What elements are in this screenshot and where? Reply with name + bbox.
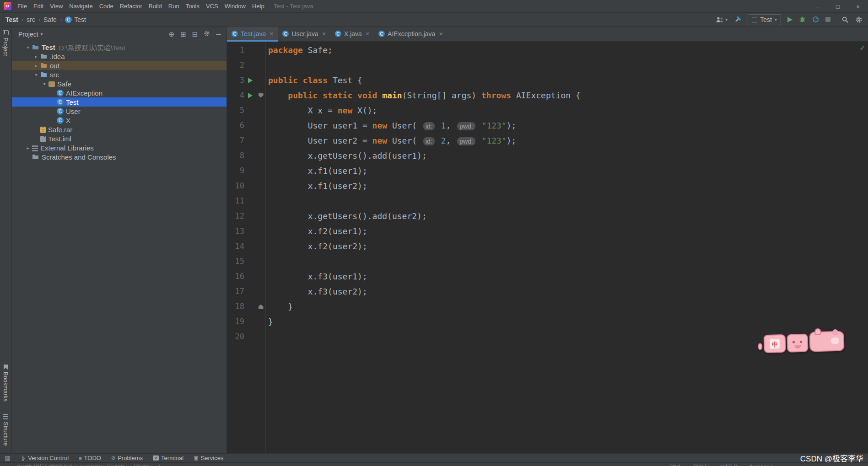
code-line-17[interactable]: 17 x.f3(user2); <box>227 284 868 299</box>
editor-tab-aiexception.java[interactable]: AIException.java× <box>374 27 447 41</box>
statusbar-todo[interactable]: ≡TODO <box>79 455 101 461</box>
stop-button[interactable] <box>825 17 830 22</box>
code-line-6[interactable]: 6 User user1 = new User( id: 1, pwd: "12… <box>227 118 868 133</box>
code-line-8[interactable]: 8 x.getUsers().add(user1); <box>227 148 868 163</box>
editor-tab-test.java[interactable]: Test.java× <box>227 27 278 41</box>
tree-item-test[interactable]: Test <box>12 97 226 107</box>
code-line-4[interactable]: 4 public static void main(String[] args)… <box>227 88 868 103</box>
close-button[interactable]: × <box>848 0 868 13</box>
status-widget-4-spaces[interactable]: 4 spaces <box>749 463 773 466</box>
hide-panel-icon[interactable]: ─ <box>216 30 221 38</box>
tree-collapsed-icon[interactable]: ▸ <box>32 54 40 59</box>
tree-collapsed-icon[interactable]: ▸ <box>24 145 32 150</box>
debug-button[interactable] <box>799 16 806 23</box>
minimize-button[interactable]: – <box>808 0 828 13</box>
fold-end-icon[interactable] <box>259 305 264 309</box>
tree-item-test.iml[interactable]: Test.iml <box>12 134 226 143</box>
code-line-15[interactable]: 15 <box>227 254 868 269</box>
tree-item-scratches-and-consoles[interactable]: Scratches and Consoles <box>12 152 226 161</box>
code-line-19[interactable]: 19} <box>227 314 868 329</box>
code-line-7[interactable]: 7 User user2 = new User( id: 2, pwd: "12… <box>227 133 868 148</box>
status-widget-crlf[interactable]: CRLF <box>693 463 708 466</box>
maximize-button[interactable]: □ <box>828 0 848 13</box>
menu-navigate[interactable]: Navigate <box>66 3 96 10</box>
menu-view[interactable]: View <box>47 3 66 10</box>
menu-refactor[interactable]: Refactor <box>117 3 146 10</box>
tree-item-safe[interactable]: ▾Safe <box>12 79 226 88</box>
tree-item-out[interactable]: ▸out <box>12 61 226 70</box>
structure-stripe-button[interactable]: Structure <box>2 414 9 446</box>
project-panel-title[interactable]: Project <box>18 31 38 38</box>
code-line-14[interactable]: 14 x.f2(user2); <box>227 239 868 254</box>
code-line-3[interactable]: 3public class Test { <box>227 73 868 88</box>
code-line-9[interactable]: 9 x.f1(user1); <box>227 163 868 178</box>
statusbar-terminal[interactable]: >Terminal <box>153 455 183 461</box>
code-editor[interactable]: 1package Safe;23public class Test {4 pub… <box>227 42 868 453</box>
breadcrumb-item-test[interactable]: Test <box>5 16 18 23</box>
status-tabs: Version Control≡TODO⊘Problems>Terminal▣S… <box>20 455 223 461</box>
run-button[interactable] <box>787 17 793 22</box>
code-line-16[interactable]: 16 x.f3(user1); <box>227 269 868 284</box>
panel-settings-gear-icon[interactable] <box>204 30 210 38</box>
code-line-1[interactable]: 1package Safe; <box>227 43 868 58</box>
locate-file-icon[interactable]: ⊕ <box>169 30 175 38</box>
tree-item-user[interactable]: User <box>12 107 226 116</box>
build-project-button[interactable] <box>734 16 741 23</box>
breadcrumb-item-src[interactable]: src <box>27 16 35 23</box>
menu-build[interactable]: Build <box>146 3 165 10</box>
menu-file[interactable]: File <box>14 3 30 10</box>
tree-collapsed-icon[interactable]: ▸ <box>32 63 40 68</box>
run-config-selector[interactable]: Test ▾ <box>748 14 781 25</box>
editor-tab-user.java[interactable]: User.java× <box>278 27 330 41</box>
expand-all-icon[interactable]: ⊞ <box>180 30 186 38</box>
tree-expanded-icon[interactable]: ▾ <box>24 45 32 50</box>
menu-run[interactable]: Run <box>165 3 183 10</box>
statusbar-problems[interactable]: ⊘Problems <box>111 455 143 461</box>
code-line-11[interactable]: 11 <box>227 193 868 209</box>
status-widget-20-1[interactable]: 20:1 <box>669 463 681 466</box>
tree-item-.idea[interactable]: ▸.idea <box>12 52 226 61</box>
tree-expanded-icon[interactable]: ▾ <box>40 81 49 86</box>
tree-expanded-icon[interactable]: ▾ <box>32 72 40 77</box>
editor-tab-x.java[interactable]: X.java× <box>330 27 374 41</box>
tree-item-x[interactable]: X <box>12 116 226 125</box>
close-tab-icon[interactable]: × <box>270 30 273 37</box>
menu-code[interactable]: Code <box>96 3 117 10</box>
tree-item-src[interactable]: ▾src <box>12 70 226 79</box>
search-everywhere-button[interactable] <box>841 16 849 23</box>
profiler-button[interactable] <box>812 16 819 23</box>
tree-item-aiexception[interactable]: AIException <box>12 88 226 97</box>
tree-item-safe.rar[interactable]: Safe.rar <box>12 125 226 134</box>
menu-vcs[interactable]: VCS <box>203 3 221 10</box>
tree-item-test[interactable]: ▾TestD:\系统默认\实验\Test <box>12 43 226 52</box>
tree-item-external-libraries[interactable]: ▸External Libraries <box>12 143 226 152</box>
fold-start-icon[interactable] <box>259 93 264 98</box>
close-tab-icon[interactable]: × <box>322 30 326 37</box>
status-widget-utf-8[interactable]: UTF-8 <box>720 463 737 466</box>
menu-tools[interactable]: Tools <box>183 3 203 10</box>
statusbar-services[interactable]: ▣Services <box>194 455 223 461</box>
menu-help[interactable]: Help <box>249 3 268 10</box>
code-line-13[interactable]: 13 x.f2(user1); <box>227 224 868 239</box>
inspections-ok-icon[interactable]: ✓ <box>859 44 865 52</box>
settings-button[interactable] <box>855 16 863 23</box>
breadcrumb-item-test[interactable]: Test <box>65 16 86 23</box>
toolwindow-switcher-icon[interactable]: ▦ <box>5 455 10 461</box>
code-line-12[interactable]: 12 x.getUsers().add(user2); <box>227 209 868 224</box>
run-icon[interactable] <box>248 93 253 98</box>
close-tab-icon[interactable]: × <box>439 30 442 37</box>
code-line-5[interactable]: 5 X x = new X(); <box>227 103 868 118</box>
collapse-all-icon[interactable]: ⊟ <box>192 30 198 38</box>
close-tab-icon[interactable]: × <box>366 30 369 37</box>
run-icon[interactable] <box>248 78 253 83</box>
statusbar-version-control[interactable]: Version Control <box>20 455 69 461</box>
code-with-me-button[interactable]: ▾ <box>716 16 728 23</box>
menu-edit[interactable]: Edit <box>30 3 47 10</box>
project-stripe-button[interactable]: Project <box>2 30 9 56</box>
breadcrumb-item-safe[interactable]: Safe <box>43 16 57 23</box>
code-line-10[interactable]: 10 x.f1(user2); <box>227 178 868 193</box>
menu-window[interactable]: Window <box>221 3 249 10</box>
bookmarks-stripe-button[interactable]: Bookmarks <box>2 364 9 402</box>
code-line-18[interactable]: 18 } <box>227 299 868 314</box>
code-line-2[interactable]: 2 <box>227 58 868 73</box>
